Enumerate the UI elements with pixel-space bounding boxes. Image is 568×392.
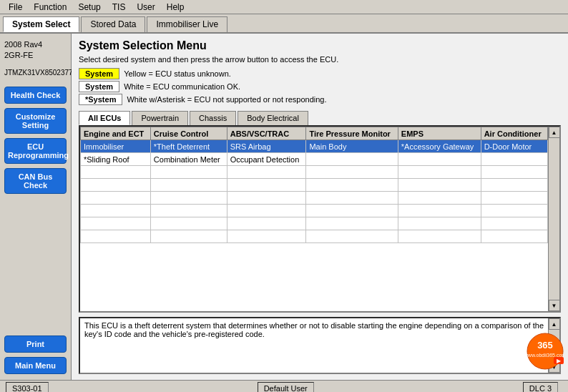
table-row[interactable] <box>81 205 548 217</box>
table-row[interactable]: *Sliding Roof Combination Meter Occupant… <box>81 153 548 166</box>
sidebar: 2008 Rav4 2GR-FE JTMZK31VX85023779 Healt… <box>0 34 72 380</box>
legend-text-yellow: Yellow = ECU status unknown. <box>124 69 231 78</box>
svg-text:www.obdii365.com: www.obdii365.com <box>527 353 564 358</box>
tab-system-select[interactable]: System Select <box>3 16 79 32</box>
customize-setting-button[interactable]: Customize Setting <box>4 108 67 134</box>
main-layout: 2008 Rav4 2GR-FE JTMZK31VX85023779 Healt… <box>0 34 568 380</box>
content-area: System Selection Menu Select desired sys… <box>72 34 568 380</box>
cell-combination-meter: Combination Meter <box>150 153 227 166</box>
col-abs: ABS/VSC/TRAC <box>227 127 306 140</box>
col-air-conditioner: Air Conditioner <box>481 127 547 140</box>
subtab-bar: All ECUs Powertrain Chassis Body Electri… <box>79 111 561 125</box>
ecu-grid[interactable]: Engine and ECT Cruise Control ABS/VSC/TR… <box>79 125 561 313</box>
page-subtitle: Select desired system and then press the… <box>79 55 561 64</box>
table-row[interactable] <box>81 179 548 192</box>
cell-theft-deterrent: *Theft Deterrent <box>150 140 227 153</box>
can-bus-check-button[interactable]: CAN Bus Check <box>4 168 67 194</box>
print-button[interactable]: Print <box>4 335 67 353</box>
menu-help[interactable]: Help <box>161 1 190 14</box>
logo-svg: 365 www.obdii365.com ▶ <box>527 333 564 370</box>
table-row[interactable] <box>81 192 548 205</box>
col-engine-ect: Engine and ECT <box>81 127 151 140</box>
tab-immobiliser-live[interactable]: Immobiliser Live <box>147 16 227 32</box>
cell-occupant-detection: Occupant Detection <box>227 153 306 166</box>
health-check-button[interactable]: Health Check <box>4 87 67 104</box>
page-title: System Selection Menu <box>79 39 561 52</box>
logo-area: 365 www.obdii365.com ▶ <box>527 333 564 372</box>
menubar: File Function Setup TIS User Help <box>0 0 568 14</box>
menu-tis[interactable]: TIS <box>107 1 132 14</box>
cell-d-door-motor: D-Door Motor <box>481 140 547 153</box>
description-text: This ECU is a theft deterrent system tha… <box>84 321 544 338</box>
svg-text:365: 365 <box>537 340 553 351</box>
cell-accessory-gateway: *Accessory Gateway <box>398 140 481 153</box>
description-box: This ECU is a theft deterrent system tha… <box>79 317 561 374</box>
legend-row-asterisk: *System White w/Asterisk = ECU not suppo… <box>79 94 561 105</box>
cell-immobiliser: Immobiliser <box>81 140 151 153</box>
subtab-powertrain[interactable]: Powertrain <box>132 111 188 125</box>
col-tire-pressure: Tire Pressure Monitor <box>306 127 398 140</box>
subtab-body-electrical[interactable]: Body Electrical <box>238 111 308 125</box>
main-tabbar: System Select Stored Data Immobiliser Li… <box>0 14 568 34</box>
table-header-row: Engine and ECT Cruise Control ABS/VSC/TR… <box>81 127 548 140</box>
status-middle: Default User <box>258 382 314 393</box>
vertical-scrollbar[interactable]: ▲ ▼ <box>548 127 559 311</box>
menu-setup[interactable]: Setup <box>72 1 106 14</box>
vehicle-info: 2008 Rav4 2GR-FE <box>4 39 67 62</box>
table-row[interactable] <box>81 230 548 243</box>
vehicle-engine: 2GR-FE <box>4 50 67 61</box>
grid-wrapper: Engine and ECT Cruise Control ABS/VSC/TR… <box>79 125 561 313</box>
vin-info: JTMZK31VX85023779 <box>4 69 67 77</box>
menu-file[interactable]: File <box>3 1 28 14</box>
menu-user[interactable]: User <box>131 1 160 14</box>
legend-box-asterisk: *System <box>79 94 122 105</box>
cell-sliding-roof: *Sliding Roof <box>81 153 151 166</box>
statusbar: S303-01 Default User DLC 3 <box>0 380 568 392</box>
legend-text-white: White = ECU communication OK. <box>124 82 240 91</box>
legend-row-yellow: System Yellow = ECU status unknown. <box>79 68 561 79</box>
desc-scroll-up[interactable]: ▲ <box>549 318 560 330</box>
menu-function[interactable]: Function <box>28 1 72 14</box>
status-right: DLC 3 <box>523 382 558 393</box>
grid-scroll: Engine and ECT Cruise Control ABS/VSC/TR… <box>80 127 548 311</box>
table-row[interactable] <box>81 166 548 179</box>
legend-text-asterisk: White w/Asterisk = ECU not supported or … <box>127 95 326 104</box>
subtab-all-ecus[interactable]: All ECUs <box>79 111 130 125</box>
col-emps: EMPS <box>398 127 481 140</box>
legend-box-yellow: System <box>79 68 119 79</box>
table-row[interactable] <box>81 217 548 230</box>
status-left: S303-01 <box>6 382 49 393</box>
legend-box-white: System <box>79 81 119 92</box>
col-cruise-control: Cruise Control <box>150 127 227 140</box>
subtab-chassis[interactable]: Chassis <box>190 111 236 125</box>
cell-srs-airbag: SRS Airbag <box>227 140 306 153</box>
ecu-table: Engine and ECT Cruise Control ABS/VSC/TR… <box>80 127 548 243</box>
legend-row-white: System White = ECU communication OK. <box>79 81 561 92</box>
ecu-reprogramming-button[interactable]: ECU Reprogramming <box>4 138 67 164</box>
legend: System Yellow = ECU status unknown. Syst… <box>79 68 561 105</box>
vehicle-year-model: 2008 Rav4 <box>4 39 67 50</box>
table-row[interactable]: Immobiliser *Theft Deterrent SRS Airbag … <box>81 140 548 153</box>
scroll-track[interactable] <box>549 138 559 300</box>
tab-stored-data[interactable]: Stored Data <box>81 16 145 32</box>
main-menu-button[interactable]: Main Menu <box>4 357 67 374</box>
scroll-up-button[interactable]: ▲ <box>549 127 560 138</box>
scroll-down-button[interactable]: ▼ <box>549 300 560 311</box>
cell-main-body: Main Body <box>306 140 398 153</box>
svg-text:▶: ▶ <box>557 358 562 364</box>
